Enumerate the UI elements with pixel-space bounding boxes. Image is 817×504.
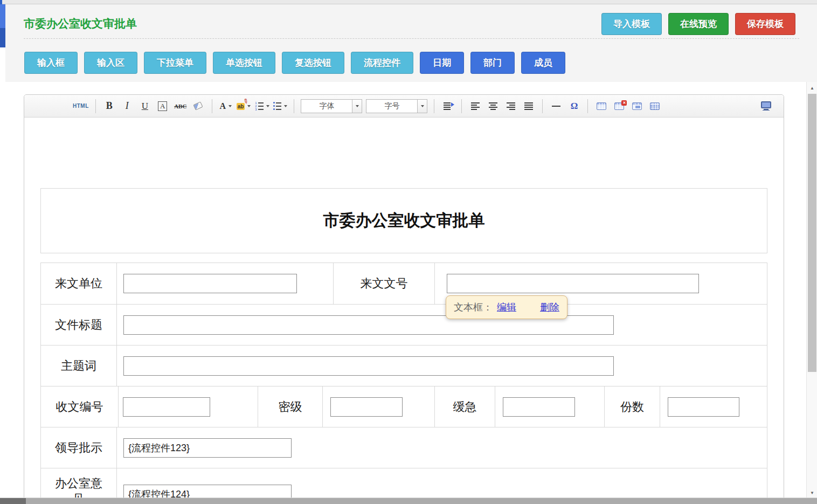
table-cell: [116, 427, 767, 468]
chevron-down-icon: [247, 105, 251, 107]
save-template-button[interactable]: 保存模板: [735, 13, 795, 35]
field-label-source-unit: 来文单位: [41, 263, 116, 304]
table-cell: [116, 305, 767, 345]
special-char-button[interactable]: Ω: [567, 98, 581, 114]
bold-button[interactable]: B: [102, 98, 116, 114]
cell-properties-icon: [650, 102, 660, 110]
scroll-thumb[interactable]: [808, 94, 816, 372]
horizontal-rule-button[interactable]: [549, 98, 563, 114]
field-label-leader-comment: 领导批示: [41, 427, 116, 468]
field-label-doc-title: 文件标题: [41, 305, 116, 345]
align-justify-icon: [524, 102, 533, 110]
btn-dropdown-menu[interactable]: 下拉菜单: [144, 52, 206, 74]
online-preview-button[interactable]: 在线预览: [668, 13, 729, 35]
unordered-list-button[interactable]: [273, 98, 287, 114]
field-label-receipt-number: 收文编号: [41, 386, 118, 427]
align-left-button[interactable]: [468, 98, 482, 114]
vertical-scrollbar[interactable]: ▲ ▼: [806, 82, 817, 499]
delete-link[interactable]: 删除: [540, 301, 559, 314]
table-cell: [660, 386, 767, 427]
font-size-value: 字号: [366, 100, 417, 113]
table-cell: [495, 386, 604, 427]
table-properties-button[interactable]: [630, 98, 644, 114]
input-doc-number[interactable]: [447, 274, 699, 293]
window-corner-accent: [0, 0, 2, 4]
background-window-sliver: [0, 4, 5, 47]
ordered-list-button[interactable]: 1 2 3: [254, 98, 269, 114]
input-urgency[interactable]: [503, 397, 575, 417]
form-title-box: 市委办公室收文审批单: [40, 188, 767, 253]
font-size-dropdown-button[interactable]: [417, 100, 427, 113]
indent-button[interactable]: [441, 98, 455, 114]
horizontal-rule-icon: [552, 106, 560, 107]
input-subject[interactable]: [123, 356, 614, 376]
form-title: 市委办公室收文审批单: [323, 210, 485, 232]
toolbar-separator: [212, 99, 212, 113]
chevron-down-icon: [229, 105, 232, 107]
input-secrecy[interactable]: [330, 397, 403, 417]
font-color-icon: A: [220, 101, 226, 111]
editor-content[interactable]: 市委办公室收文审批单 来文单位 来文文号 文件标题 主题词: [24, 188, 784, 504]
toolbar-separator: [587, 99, 588, 113]
input-receipt-number[interactable]: [123, 397, 210, 417]
font-family-dropdown-button[interactable]: [352, 100, 362, 113]
btn-input-area[interactable]: 输入区: [84, 52, 137, 74]
unordered-list-icon: [273, 102, 281, 111]
toolbar-separator: [461, 99, 462, 113]
html-source-button[interactable]: HTML: [73, 98, 89, 114]
table-properties-icon: [632, 102, 642, 110]
fullscreen-button[interactable]: [759, 98, 773, 114]
align-right-button[interactable]: [504, 98, 518, 114]
table-cell: [116, 346, 767, 386]
char-border-icon: A: [158, 101, 167, 111]
table-row: 收文编号 密级 缓急 份数: [41, 386, 767, 427]
font-color-button[interactable]: A: [219, 98, 233, 114]
btn-input-box[interactable]: 输入框: [24, 52, 78, 74]
edit-link[interactable]: 编辑: [497, 301, 516, 314]
align-center-icon: [489, 102, 497, 110]
eraser-icon: [193, 101, 203, 110]
control-tooltip: 文本框： 编辑 删除: [446, 295, 567, 319]
italic-button[interactable]: I: [120, 98, 134, 114]
highlight-color-button[interactable]: ab ✎: [237, 98, 251, 114]
align-center-button[interactable]: [486, 98, 500, 114]
scroll-down-arrow[interactable]: ▼: [807, 488, 817, 498]
table-icon: [597, 102, 606, 110]
btn-member[interactable]: 成员: [521, 52, 565, 74]
form-table: 来文单位 来文文号 文件标题 主题词: [40, 263, 767, 504]
btn-department[interactable]: 部门: [470, 52, 515, 74]
char-border-button[interactable]: A: [156, 98, 170, 114]
dashed-separator: [24, 38, 799, 39]
btn-radio-button[interactable]: 单选按钮: [213, 52, 275, 74]
chevron-down-icon: [356, 105, 359, 107]
delete-table-button[interactable]: [612, 98, 626, 114]
blue-arrow-icon: [451, 102, 454, 107]
indent-icon: [444, 102, 452, 110]
omega-icon: Ω: [571, 101, 578, 112]
font-size-select[interactable]: 字号: [366, 99, 427, 113]
html-source-icon: HTML: [73, 103, 89, 109]
tooltip-label: 文本框：: [454, 301, 493, 314]
remove-format-button[interactable]: [191, 98, 205, 114]
input-source-unit[interactable]: [123, 274, 297, 293]
font-family-value: 字体: [301, 100, 352, 113]
cell-properties-button[interactable]: [648, 98, 662, 114]
import-template-button[interactable]: 导入模板: [601, 13, 662, 35]
strikethrough-icon: ABC: [174, 103, 186, 109]
font-family-select[interactable]: 字体: [301, 99, 362, 113]
strikethrough-button[interactable]: ABC: [174, 98, 188, 114]
align-justify-button[interactable]: [522, 98, 536, 114]
btn-checkbox[interactable]: 复选按钮: [282, 52, 344, 74]
field-button-row: 输入框 输入区 下拉菜单 单选按钮 复选按钮 流程控件 日期 部门 成员: [24, 52, 565, 74]
scroll-up-arrow[interactable]: ▲: [807, 83, 817, 93]
insert-table-button[interactable]: [594, 98, 608, 114]
chevron-down-icon: [421, 105, 424, 107]
input-copies[interactable]: [668, 397, 739, 417]
field-label-urgency: 缓急: [434, 386, 495, 427]
btn-flow-control[interactable]: 流程控件: [351, 52, 413, 74]
underline-button[interactable]: U: [138, 98, 152, 114]
header-action-buttons: 导入模板 在线预览 保存模板: [601, 13, 795, 35]
field-label-copies: 份数: [604, 386, 660, 427]
input-leader-comment[interactable]: [123, 438, 292, 458]
btn-date[interactable]: 日期: [420, 52, 464, 74]
